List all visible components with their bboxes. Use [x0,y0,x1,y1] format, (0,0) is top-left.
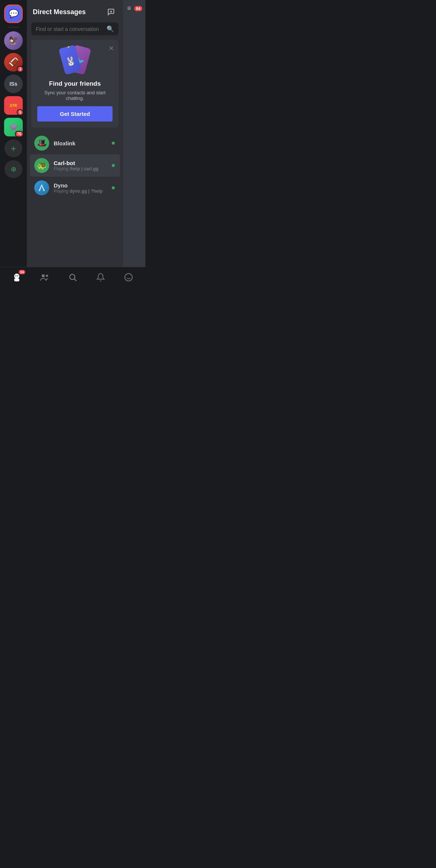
bloxlink-online-dot [111,141,116,145]
search-icon: 🔍 [107,25,114,32]
new-dm-button[interactable] [105,6,117,18]
add-server-button[interactable]: ＋ [4,139,22,157]
dyno-status-game: dyno.gg | ?help [70,189,103,194]
nav-item-home[interactable]: 84 [7,269,26,288]
svg-point-12 [125,274,132,281]
sidebar: 💬 🦅 🏈 3 ISs [0,0,27,267]
bloxlink-emoji: 🎩 [37,138,47,148]
iss-label: ISs [9,81,17,87]
right-header: ≡ 84 [124,4,145,12]
nav-item-friends[interactable] [35,269,54,288]
search-bar[interactable]: 🔍 [31,22,119,35]
bird-emoji: 🦅 [9,36,19,45]
iss-server-icon[interactable]: ISs [4,75,23,93]
carlbot-status-prefix: Playing [54,166,70,171]
sidebar-item-alien-server[interactable]: 👾 76 [4,118,23,136]
dm-item-bloxlink[interactable]: 🎩 Bloxlink [30,132,120,154]
dm-title: Direct Messages [33,8,86,16]
sidebar-item-iss-server[interactable]: ISs [4,75,23,93]
bird-server-icon[interactable]: 🦅 [4,31,23,50]
alien-emoji: 👾 [9,123,18,132]
sidebar-item-dm[interactable]: 💬 [4,4,23,23]
card-title: Find your friends [37,80,113,88]
dyno-logo-svg [37,183,47,193]
sidebar-item-stk-server[interactable]: STK 5 [4,96,23,115]
svg-point-7 [17,275,18,276]
svg-line-11 [74,279,76,281]
warrior-badge: 3 [17,66,23,72]
home-badge: 84 [19,270,25,274]
explore-button[interactable]: ⊕ [4,160,22,178]
svg-point-6 [15,275,16,276]
sidebar-divider [7,27,19,28]
bunny-character: 🐰 [64,55,77,67]
carlbot-info: Carl-bot Playing /help | carl.gg [54,160,107,171]
get-started-button[interactable]: Get Started [37,106,113,121]
dyno-avatar [34,180,49,195]
bloxlink-info: Bloxlink [54,140,107,146]
warrior-emoji: 🏈 [9,57,19,67]
emoji-icon [124,273,133,284]
alien-badge: 76 [15,131,23,137]
find-friends-card: ✕ ✦ 🐰 🐦 Find your friends Sync your cont… [31,40,119,127]
dyno-name: Dyno [54,182,107,189]
dyno-info: Dyno Playing dyno.gg | ?help [54,182,107,194]
sidebar-item-bird-server[interactable]: 🦅 [4,31,23,50]
sidebar-item-explore[interactable]: ⊕ [4,160,22,178]
right-panel: ≡ 84 [123,0,145,267]
dyno-online-dot [111,186,116,190]
dm-item-dyno[interactable]: Dyno Playing dyno.gg | ?help [30,177,120,199]
dm-list: 🎩 Bloxlink 🐢 Carl-bot [27,132,123,267]
carlbot-status: Playing /help | carl.gg [54,166,107,171]
stk-badge: 5 [17,109,23,116]
search-nav-icon [68,273,77,284]
dm-header: Direct Messages [27,0,123,22]
right-badge: 84 [134,6,142,11]
dm-item-carlbot[interactable]: 🐢 Carl-bot Playing /help | carl.gg [30,154,120,177]
bloxlink-name: Bloxlink [54,140,107,146]
dyno-status: Playing dyno.gg | ?help [54,189,107,194]
nav-item-emoji[interactable] [119,269,138,288]
dm-panel: Direct Messages 🔍 ✕ [27,0,123,267]
svg-point-10 [70,274,75,280]
search-input[interactable] [36,26,104,32]
carlbot-status-game: /help | carl.gg [70,166,98,171]
explore-icon: ⊕ [11,165,16,173]
carlbot-online-dot [111,163,116,168]
sidebar-item-warrior-server[interactable]: 🏈 3 [4,53,23,72]
friends-icon [40,272,50,284]
carlbot-emoji: 🐢 [37,161,47,170]
friends-illustration: ✦ 🐰 🐦 [37,46,113,76]
svg-point-9 [46,275,48,277]
nav-item-search[interactable] [63,269,82,288]
nav-item-bell[interactable] [91,269,110,288]
svg-point-4 [14,274,19,279]
dm-icon-button[interactable]: 💬 [4,4,23,23]
stk-label: STK [10,103,18,108]
carlbot-name: Carl-bot [54,160,107,166]
dyno-status-prefix: Playing [54,189,70,194]
bottom-nav: 84 [0,267,145,289]
bloxlink-avatar: 🎩 [34,136,49,151]
sidebar-item-add-server[interactable]: ＋ [4,139,22,157]
card-subtitle: Sync your contacts and start chatting. [37,90,113,101]
svg-rect-5 [14,278,19,281]
bell-icon [96,273,105,284]
hamburger-icon[interactable]: ≡ [127,4,131,12]
sparkle-icon: ✦ [66,45,71,50]
svg-point-8 [42,274,45,277]
carlbot-avatar: 🐢 [34,158,49,173]
chat-icon: 💬 [9,9,19,19]
plus-icon: ＋ [9,142,18,154]
